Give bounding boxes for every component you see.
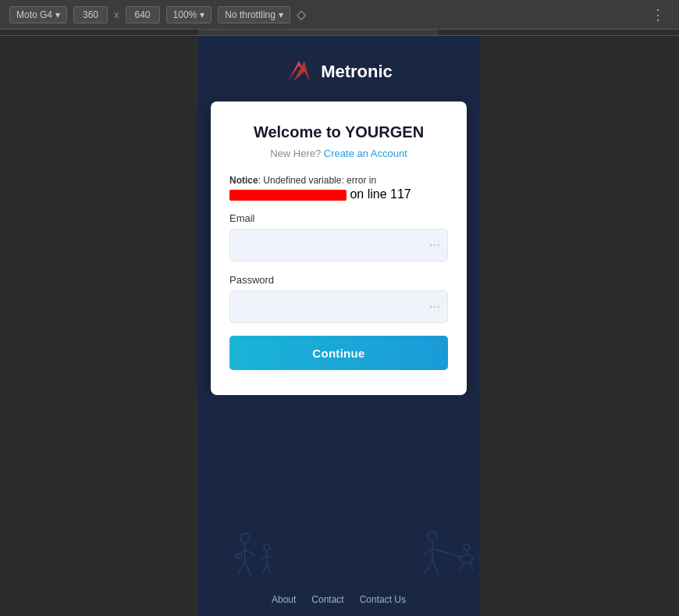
svg-line-21 <box>444 552 462 557</box>
svg-line-5 <box>245 550 254 555</box>
email-field-group: Email ⋯ <box>229 212 448 262</box>
footer-contact-link[interactable]: Contact <box>311 594 343 605</box>
device-frame: Metronic Welcome to YOURGEN New Here? Cr… <box>198 36 479 616</box>
ruler-strip <box>0 30 679 36</box>
chevron-down-icon: ▾ <box>279 9 283 20</box>
email-label: Email <box>229 212 448 224</box>
continue-button[interactable]: Continue <box>229 336 448 370</box>
notice-line2-text: on line 117 <box>350 187 411 201</box>
svg-line-12 <box>267 555 273 558</box>
svg-line-13 <box>263 563 267 574</box>
zoom-selector[interactable]: 100% ▾ <box>166 6 212 23</box>
device-label: Moto G4 <box>16 9 52 20</box>
footer-about-link[interactable]: About <box>272 594 296 605</box>
capture-icon[interactable]: ◇ <box>297 7 306 22</box>
svg-line-6 <box>237 561 245 575</box>
svg-point-15 <box>428 532 437 541</box>
height-input[interactable]: 640 <box>126 6 160 23</box>
email-options-icon[interactable]: ⋯ <box>429 239 440 251</box>
password-field-group: Password ⋯ <box>229 274 448 323</box>
chevron-down-icon: ▾ <box>200 9 204 20</box>
new-here-text: New Here? <box>270 148 321 159</box>
right-panel <box>479 36 679 616</box>
svg-marker-1 <box>293 61 310 81</box>
main-area: Metronic Welcome to YOURGEN New Here? Cr… <box>0 36 679 616</box>
svg-line-18 <box>432 549 444 552</box>
svg-line-25 <box>470 561 473 571</box>
welcome-title: Welcome to YOURGEN <box>229 123 448 141</box>
password-wrapper: ⋯ <box>229 290 448 323</box>
app-header: Metronic <box>198 36 479 101</box>
notice-box: Notice: Undefined variable: error in on … <box>229 175 448 201</box>
chevron-down-icon: ▾ <box>55 9 60 20</box>
width-input[interactable]: 360 <box>73 6 108 23</box>
svg-line-26 <box>460 561 464 571</box>
more-options-icon[interactable]: ⋮ <box>646 5 670 25</box>
email-wrapper: ⋯ <box>229 229 448 262</box>
svg-line-7 <box>245 561 251 577</box>
footer-nav: About Contact Contact Us <box>198 585 479 616</box>
svg-point-9 <box>264 544 270 550</box>
redacted-path <box>229 190 347 201</box>
svg-point-22 <box>460 555 473 563</box>
toolbar: Moto G4 ▾ 360 x 640 100% ▾ No throttling… <box>0 0 679 30</box>
password-options-icon[interactable]: ⋯ <box>429 301 440 313</box>
throttle-selector[interactable]: No throttling ▾ <box>218 6 290 23</box>
password-label: Password <box>229 274 448 286</box>
footer-area: About Contact Contact Us <box>198 395 479 616</box>
email-input[interactable] <box>229 229 448 262</box>
svg-line-14 <box>267 563 271 575</box>
password-input[interactable] <box>229 290 448 323</box>
footer-contact-us-link[interactable]: Contact Us <box>360 594 406 605</box>
notice-line1: Notice: Undefined variable: error in <box>229 175 448 186</box>
login-card: Welcome to YOURGEN New Here? Create an A… <box>211 101 467 395</box>
footer-illustration <box>198 395 479 585</box>
notice-text: Undefined variable: error in <box>263 175 376 186</box>
people-illustration <box>198 515 479 585</box>
device-selector[interactable]: Moto G4 ▾ <box>9 6 67 23</box>
left-panel <box>0 36 198 616</box>
throttle-label: No throttling <box>225 9 276 20</box>
svg-line-11 <box>261 555 267 561</box>
metronic-logo <box>285 58 313 86</box>
svg-line-17 <box>423 549 432 555</box>
svg-point-2 <box>240 533 250 543</box>
zoom-label: 100% <box>173 9 197 20</box>
svg-line-20 <box>432 560 439 575</box>
new-here-prompt: New Here? Create an Account <box>229 148 448 159</box>
dimension-separator: x <box>114 9 119 20</box>
create-account-link[interactable]: Create an Account <box>324 148 407 159</box>
notice-line2: on line 117 <box>229 187 448 201</box>
svg-point-24 <box>464 544 470 550</box>
svg-line-19 <box>425 560 432 574</box>
app-name-label: Metronic <box>321 62 393 82</box>
notice-label: Notice <box>229 175 258 186</box>
